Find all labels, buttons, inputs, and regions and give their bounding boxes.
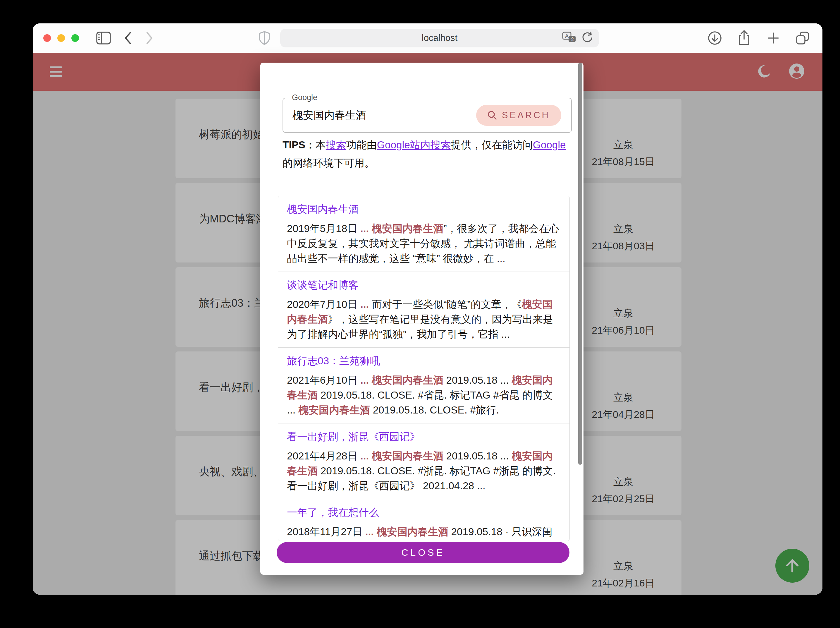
search-fieldset: Google SEARCH [283,98,572,133]
snippet-text: 而对于一些类似“随笔”的文章，《 [369,299,522,310]
search-result-snippet: 2020年7月10日 ... 而对于一些类似“随笔”的文章，《槐安国内春生酒》，… [287,297,561,342]
search-result-item: 一年了，我在想什么2018年11月27日 ... 槐安国内春生酒 2019.05… [278,499,570,541]
snippet-text: 2019年5月18日 [287,223,360,234]
snippet-highlight: ... 槐安国内春生酒 [360,223,444,234]
snippet-text: 2019.05.18 ... [444,450,512,462]
search-button-label: SEARCH [502,110,550,120]
minimize-window-button[interactable] [57,34,65,42]
address-bar[interactable]: localhost A文 [280,28,599,47]
snippet-text: 2019.05.18. CLOSE. #浙昆. 标记TAG #浙昆 的博文. 看… [287,465,556,491]
search-result-snippet: 2018年11月27日 ... 槐安国内春生酒 2019.05.18 · 只识深… [287,524,561,541]
forward-icon[interactable] [141,30,157,46]
search-result-snippet: 2021年4月28日 ... 槐安国内春生酒 2019.05.18 ... 槐安… [287,448,561,493]
search-tips: TIPS：本搜索功能由Google站内搜索提供，仅在能访问Google的网络环境… [283,136,567,172]
tips-text: 的网络环境下可用。 [283,157,375,169]
snippet-highlight: ... 槐安国内春生酒 [365,526,448,537]
search-icon [487,110,497,120]
address-bar-group: localhost A文 [256,28,599,47]
snippet-text: 2019.05.18. CLOSE. #旅行. [370,404,499,416]
downloads-icon[interactable] [707,30,723,46]
share-icon[interactable] [736,30,752,46]
new-tab-icon[interactable] [765,30,782,46]
snippet-text: 2021年6月10日 [287,374,360,386]
url-text: localhost [422,33,458,43]
window-controls [43,34,79,42]
browser-toolbar: localhost A文 [33,24,823,53]
snippet-highlight: 槐安国内春生酒 [298,404,370,416]
search-result-link[interactable]: 谈谈笔记和博客 [287,278,561,292]
tips-text: 功能由 [346,139,377,150]
search-result-link[interactable]: 一年了，我在想什么 [287,506,561,519]
zoom-window-button[interactable] [71,34,79,42]
modal-scrollbar[interactable] [578,63,582,465]
search-result-link[interactable]: 看一出好剧，浙昆《西园记》 [287,430,561,444]
snippet-highlight: ... 槐安国内春生酒 [360,374,444,386]
search-input[interactable] [292,100,469,131]
close-window-button[interactable] [43,34,51,42]
tips-text: 提供，仅在能访问 [451,139,533,150]
tips-link-google[interactable]: Google [533,139,566,150]
snippet-text: 2019.05.18 ... [444,374,512,386]
search-results: 槐安国内春生酒2019年5月18日 ... 槐安国内春生酒”，很多次了，我都会在… [278,196,570,541]
search-result-item: 看一出好剧，浙昆《西园记》2021年4月28日 ... 槐安国内春生酒 2019… [278,423,570,499]
search-result-link[interactable]: 旅行志03：兰苑狮吼 [287,354,561,368]
browser-window: localhost A文 [33,24,823,595]
svg-text:A: A [565,33,568,39]
close-button[interactable]: CLOSE [277,542,570,563]
shield-icon [256,30,273,46]
back-icon[interactable] [120,30,136,46]
search-result-item: 槐安国内春生酒2019年5月18日 ... 槐安国内春生酒”，很多次了，我都会在… [278,196,570,272]
tab-overview-icon[interactable] [794,30,811,46]
search-result-snippet: 2021年6月10日 ... 槐安国内春生酒 2019.05.18 ... 槐安… [287,373,561,417]
tips-label: TIPS： [283,139,316,150]
tips-link-search[interactable]: 搜索 [326,139,346,150]
search-button[interactable]: SEARCH [476,105,561,126]
translate-icon[interactable]: A文 [562,31,576,45]
snippet-text: 2020年7月10日 [287,299,360,310]
toolbar-right-group [707,30,811,46]
sidebar-icon[interactable] [95,30,112,46]
reload-icon[interactable] [581,31,594,45]
snippet-text: 2018年11月27日 [287,526,365,537]
search-result-item: 谈谈笔记和博客2020年7月10日 ... 而对于一些类似“随笔”的文章，《槐安… [278,272,570,347]
search-dialog: Google SEARCH TIPS：本搜索功能由Google站内搜索提供，仅在… [260,63,584,575]
snippet-text: 2021年4月28日 [287,450,360,462]
search-result-item: 旅行志03：兰苑狮吼2021年6月10日 ... 槐安国内春生酒 2019.05… [278,347,570,423]
tips-link-google-site-search[interactable]: Google站内搜索 [377,139,451,150]
search-result-link[interactable]: 槐安国内春生酒 [287,202,561,216]
tips-text: 本 [316,139,326,150]
search-result-snippet: 2019年5月18日 ... 槐安国内春生酒”，很多次了，我都会在心中反反复复，… [287,221,561,266]
svg-text:文: 文 [570,36,575,41]
snippet-highlight: ... [360,299,369,310]
snippet-highlight: ... 槐安国内春生酒 [360,450,444,462]
